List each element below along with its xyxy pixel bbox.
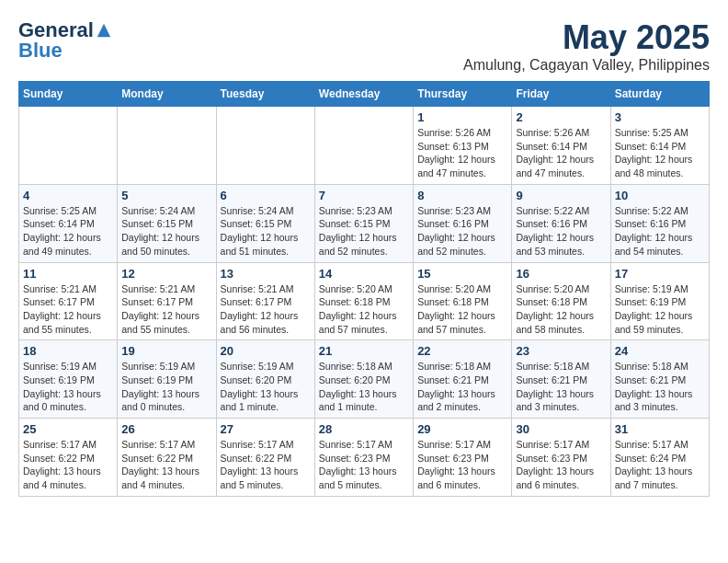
day-number: 29 xyxy=(417,422,507,436)
day-info: Sunrise: 5:18 AM Sunset: 6:21 PM Dayligh… xyxy=(516,360,606,414)
day-info: Sunrise: 5:17 AM Sunset: 6:22 PM Dayligh… xyxy=(23,438,113,492)
day-number: 18 xyxy=(23,344,113,358)
calendar-cell: 14Sunrise: 5:20 AM Sunset: 6:18 PM Dayli… xyxy=(314,262,413,340)
calendar-cell: 10Sunrise: 5:22 AM Sunset: 6:16 PM Dayli… xyxy=(610,184,709,262)
day-info: Sunrise: 5:17 AM Sunset: 6:24 PM Dayligh… xyxy=(615,438,705,492)
day-number: 12 xyxy=(121,267,211,281)
calendar-cell: 5Sunrise: 5:24 AM Sunset: 6:15 PM Daylig… xyxy=(118,184,216,262)
weekday-header-friday: Friday xyxy=(512,82,610,107)
day-number: 20 xyxy=(221,344,311,358)
day-info: Sunrise: 5:17 AM Sunset: 6:23 PM Dayligh… xyxy=(417,438,507,492)
month-title: May 2025 xyxy=(463,18,710,57)
day-number: 7 xyxy=(319,189,409,202)
calendar-cell xyxy=(216,107,314,185)
day-number: 27 xyxy=(221,422,311,436)
day-number: 11 xyxy=(23,267,113,281)
calendar-cell: 15Sunrise: 5:20 AM Sunset: 6:18 PM Dayli… xyxy=(414,262,512,340)
calendar-cell: 23Sunrise: 5:18 AM Sunset: 6:21 PM Dayli… xyxy=(512,340,610,419)
day-number: 6 xyxy=(221,189,311,202)
calendar-cell: 24Sunrise: 5:18 AM Sunset: 6:21 PM Dayli… xyxy=(610,340,709,419)
day-number: 2 xyxy=(516,110,606,124)
day-number: 28 xyxy=(319,422,409,436)
calendar-cell: 9Sunrise: 5:22 AM Sunset: 6:16 PM Daylig… xyxy=(512,184,610,262)
day-info: Sunrise: 5:19 AM Sunset: 6:19 PM Dayligh… xyxy=(23,360,113,414)
week-row-3: 11Sunrise: 5:21 AM Sunset: 6:17 PM Dayli… xyxy=(19,262,710,340)
calendar-cell: 8Sunrise: 5:23 AM Sunset: 6:16 PM Daylig… xyxy=(414,184,512,262)
day-number: 8 xyxy=(417,189,507,202)
day-info: Sunrise: 5:20 AM Sunset: 6:18 PM Dayligh… xyxy=(417,282,507,337)
calendar-cell: 7Sunrise: 5:23 AM Sunset: 6:15 PM Daylig… xyxy=(314,184,413,262)
day-number: 5 xyxy=(121,189,211,202)
day-info: Sunrise: 5:25 AM Sunset: 6:14 PM Dayligh… xyxy=(23,204,113,259)
day-info: Sunrise: 5:18 AM Sunset: 6:21 PM Dayligh… xyxy=(615,360,705,414)
calendar-cell: 20Sunrise: 5:19 AM Sunset: 6:20 PM Dayli… xyxy=(216,340,314,419)
day-info: Sunrise: 5:26 AM Sunset: 6:14 PM Dayligh… xyxy=(516,126,606,180)
day-info: Sunrise: 5:17 AM Sunset: 6:23 PM Dayligh… xyxy=(319,438,409,492)
day-number: 3 xyxy=(615,110,705,124)
day-number: 1 xyxy=(417,110,507,124)
day-info: Sunrise: 5:20 AM Sunset: 6:18 PM Dayligh… xyxy=(516,282,606,337)
day-number: 22 xyxy=(417,344,507,358)
day-info: Sunrise: 5:17 AM Sunset: 6:22 PM Dayligh… xyxy=(121,438,211,492)
logo-blue-text: Blue xyxy=(18,39,63,63)
day-info: Sunrise: 5:26 AM Sunset: 6:13 PM Dayligh… xyxy=(417,126,507,180)
calendar-cell: 1Sunrise: 5:26 AM Sunset: 6:13 PM Daylig… xyxy=(414,107,512,185)
calendar-cell: 12Sunrise: 5:21 AM Sunset: 6:17 PM Dayli… xyxy=(118,262,216,340)
day-info: Sunrise: 5:25 AM Sunset: 6:14 PM Dayligh… xyxy=(615,126,705,180)
svg-marker-0 xyxy=(97,24,110,37)
day-number: 30 xyxy=(516,422,606,436)
day-number: 16 xyxy=(516,267,606,281)
day-number: 13 xyxy=(221,267,311,281)
day-number: 14 xyxy=(319,267,409,281)
day-info: Sunrise: 5:17 AM Sunset: 6:23 PM Dayligh… xyxy=(516,438,606,492)
calendar-cell: 3Sunrise: 5:25 AM Sunset: 6:14 PM Daylig… xyxy=(610,107,709,185)
calendar-cell xyxy=(314,107,413,185)
calendar-cell: 25Sunrise: 5:17 AM Sunset: 6:22 PM Dayli… xyxy=(19,419,118,497)
weekday-header-row: SundayMondayTuesdayWednesdayThursdayFrid… xyxy=(19,82,710,107)
day-info: Sunrise: 5:18 AM Sunset: 6:21 PM Dayligh… xyxy=(417,360,507,414)
calendar-cell: 11Sunrise: 5:21 AM Sunset: 6:17 PM Dayli… xyxy=(19,262,118,340)
day-info: Sunrise: 5:21 AM Sunset: 6:17 PM Dayligh… xyxy=(221,282,311,337)
day-info: Sunrise: 5:21 AM Sunset: 6:17 PM Dayligh… xyxy=(23,282,113,337)
day-info: Sunrise: 5:19 AM Sunset: 6:20 PM Dayligh… xyxy=(221,360,311,414)
day-number: 31 xyxy=(615,422,705,436)
day-info: Sunrise: 5:24 AM Sunset: 6:15 PM Dayligh… xyxy=(221,204,311,259)
day-number: 23 xyxy=(516,344,606,358)
day-info: Sunrise: 5:22 AM Sunset: 6:16 PM Dayligh… xyxy=(516,204,606,259)
weekday-header-tuesday: Tuesday xyxy=(216,82,314,107)
day-info: Sunrise: 5:20 AM Sunset: 6:18 PM Dayligh… xyxy=(319,282,409,337)
calendar-cell xyxy=(19,107,118,185)
calendar-cell: 13Sunrise: 5:21 AM Sunset: 6:17 PM Dayli… xyxy=(216,262,314,340)
day-info: Sunrise: 5:19 AM Sunset: 6:19 PM Dayligh… xyxy=(615,282,705,337)
calendar-cell: 22Sunrise: 5:18 AM Sunset: 6:21 PM Dayli… xyxy=(414,340,512,419)
calendar-cell: 27Sunrise: 5:17 AM Sunset: 6:22 PM Dayli… xyxy=(216,419,314,497)
calendar-cell: 18Sunrise: 5:19 AM Sunset: 6:19 PM Dayli… xyxy=(19,340,118,419)
calendar-cell: 21Sunrise: 5:18 AM Sunset: 6:20 PM Dayli… xyxy=(314,340,413,419)
week-row-5: 25Sunrise: 5:17 AM Sunset: 6:22 PM Dayli… xyxy=(19,419,710,497)
day-info: Sunrise: 5:23 AM Sunset: 6:15 PM Dayligh… xyxy=(319,204,409,259)
day-info: Sunrise: 5:19 AM Sunset: 6:19 PM Dayligh… xyxy=(121,360,211,414)
day-info: Sunrise: 5:24 AM Sunset: 6:15 PM Dayligh… xyxy=(121,204,211,259)
weekday-header-thursday: Thursday xyxy=(414,82,512,107)
calendar-cell: 16Sunrise: 5:20 AM Sunset: 6:18 PM Dayli… xyxy=(512,262,610,340)
week-row-2: 4Sunrise: 5:25 AM Sunset: 6:14 PM Daylig… xyxy=(19,184,710,262)
calendar-cell: 4Sunrise: 5:25 AM Sunset: 6:14 PM Daylig… xyxy=(19,184,118,262)
week-row-4: 18Sunrise: 5:19 AM Sunset: 6:19 PM Dayli… xyxy=(19,340,710,419)
weekday-header-wednesday: Wednesday xyxy=(314,82,413,107)
weekday-header-sunday: Sunday xyxy=(19,82,118,107)
page-header: General Blue May 2025 Amulung, Cagayan V… xyxy=(18,18,710,74)
weekday-header-saturday: Saturday xyxy=(610,82,709,107)
day-number: 9 xyxy=(516,189,606,202)
calendar-table: SundayMondayTuesdayWednesdayThursdayFrid… xyxy=(18,81,710,497)
day-number: 4 xyxy=(23,189,113,202)
day-number: 21 xyxy=(319,344,409,358)
calendar-cell xyxy=(118,107,216,185)
calendar-cell: 19Sunrise: 5:19 AM Sunset: 6:19 PM Dayli… xyxy=(118,340,216,419)
calendar-cell: 26Sunrise: 5:17 AM Sunset: 6:22 PM Dayli… xyxy=(118,419,216,497)
calendar-cell: 28Sunrise: 5:17 AM Sunset: 6:23 PM Dayli… xyxy=(314,419,413,497)
logo-icon xyxy=(96,22,112,39)
calendar-cell: 2Sunrise: 5:26 AM Sunset: 6:14 PM Daylig… xyxy=(512,107,610,185)
calendar-cell: 29Sunrise: 5:17 AM Sunset: 6:23 PM Dayli… xyxy=(414,419,512,497)
title-block: May 2025 Amulung, Cagayan Valley, Philip… xyxy=(463,18,710,74)
day-number: 24 xyxy=(615,344,705,358)
